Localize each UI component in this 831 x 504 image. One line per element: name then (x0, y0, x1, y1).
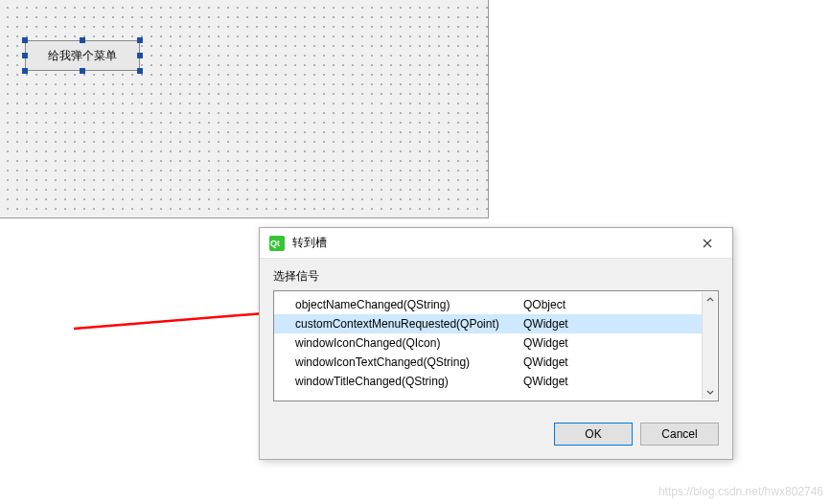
scroll-down-button[interactable] (703, 384, 717, 400)
resize-handle-bottom-right[interactable] (137, 68, 143, 74)
signal-signature: windowIconChanged(QIcon) (295, 336, 523, 350)
design-pushbutton-label: 给我弹个菜单 (48, 48, 117, 64)
resize-handle-bottom-left[interactable] (22, 68, 28, 74)
dialog-body: 选择信号 objectNameChanged(QString)QObjectcu… (260, 259, 732, 459)
signal-list-content: objectNameChanged(QString)QObjectcustomC… (274, 295, 718, 391)
ok-button[interactable]: OK (554, 423, 633, 446)
signal-listbox[interactable]: objectNameChanged(QString)QObjectcustomC… (273, 290, 719, 401)
resize-handle-mid-left[interactable] (22, 53, 28, 58)
signal-signature: windowTitleChanged(QString) (295, 375, 523, 388)
dialog-button-row: OK Cancel (273, 423, 719, 446)
signal-row[interactable]: windowIconChanged(QIcon)QWidget (274, 333, 703, 353)
signal-row[interactable]: objectNameChanged(QString)QObject (274, 295, 703, 314)
design-pushbutton[interactable]: 给我弹个菜单 (25, 40, 140, 71)
signal-class: QWidget (523, 336, 703, 350)
signal-class: QWidget (523, 317, 703, 331)
signal-signature: windowIconTextChanged(QString) (295, 355, 523, 369)
signal-class: QObject (523, 298, 703, 311)
close-button[interactable] (688, 232, 727, 255)
signal-row[interactable]: windowTitleChanged(QString)QWidget (274, 372, 703, 391)
resize-handle-mid-right[interactable] (137, 53, 143, 58)
signal-signature: customContextMenuRequested(QPoint) (295, 317, 523, 331)
watermark: https://blog.csdn.net/hwx802746 (658, 485, 823, 498)
dialog-titlebar[interactable]: 转到槽 (260, 228, 732, 259)
scroll-up-button[interactable] (703, 292, 717, 308)
signal-class: QWidget (523, 355, 703, 369)
signal-class: QWidget (523, 375, 703, 388)
resize-handle-top-mid[interactable] (80, 37, 85, 43)
chevron-up-icon (706, 296, 714, 304)
section-label: 选择信号 (273, 268, 719, 285)
scrollbar-vertical[interactable] (702, 292, 717, 400)
dialog-title: 转到槽 (292, 235, 688, 251)
resize-handle-top-right[interactable] (137, 37, 143, 43)
goto-slot-dialog: 转到槽 选择信号 objectNameChanged(QString)QObje… (259, 227, 733, 460)
scroll-track[interactable] (703, 308, 717, 384)
signal-row[interactable]: customContextMenuRequested(QPoint)QWidge… (274, 314, 703, 333)
chevron-down-icon (706, 388, 714, 396)
resize-handle-top-left[interactable] (22, 37, 28, 43)
signal-row[interactable]: windowIconTextChanged(QString)QWidget (274, 353, 703, 372)
qt-icon (269, 236, 285, 251)
resize-handle-bottom-mid[interactable] (80, 68, 85, 74)
qt-designer-canvas[interactable]: 给我弹个菜单 (0, 0, 489, 218)
signal-signature: objectNameChanged(QString) (295, 298, 523, 311)
cancel-button[interactable]: Cancel (640, 423, 719, 446)
close-icon (703, 239, 712, 248)
